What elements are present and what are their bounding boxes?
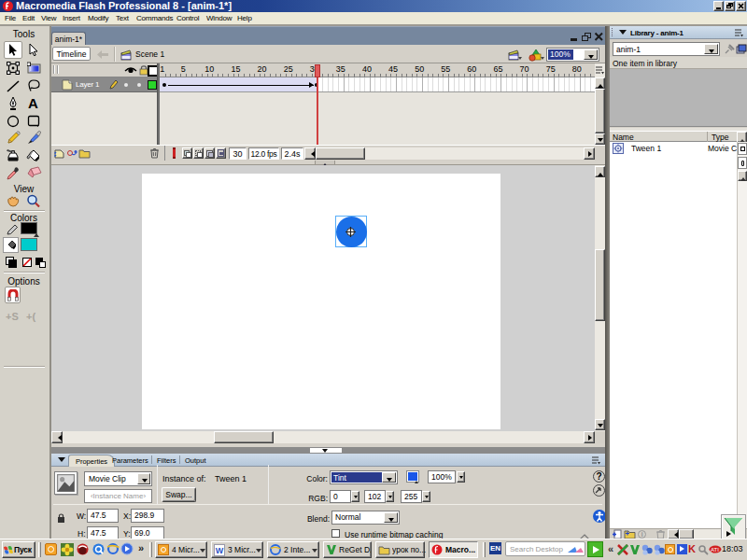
svg-text:ATI: ATI <box>711 547 719 553</box>
